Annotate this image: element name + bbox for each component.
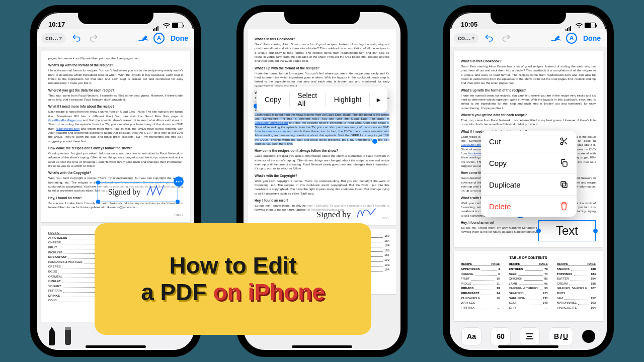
svg-point-1 [560, 138, 563, 140]
status-time: 10:17 [48, 21, 65, 28]
phone-text-annotation: 10:05 co…▾ A Done What's in this Cookboo… [443, 5, 614, 357]
cellular-icon [153, 23, 161, 28]
cut-menu-item[interactable]: Cut [481, 131, 577, 152]
copy-icon [559, 158, 569, 167]
svg-rect-5 [561, 182, 566, 186]
status-time: 10:05 [461, 21, 477, 28]
signature-annotation[interactable]: Signed by [305, 205, 389, 224]
notch [284, 11, 360, 24]
home-indicator [292, 345, 352, 348]
markup-pen-icon[interactable] [137, 34, 149, 43]
copy-menu-item[interactable]: Copy [481, 152, 577, 174]
annotation-tool-icon[interactable]: A [153, 33, 165, 44]
document-viewport[interactable]: What's in this Cookbook?Good Eats starri… [450, 47, 607, 350]
undo-button[interactable] [70, 32, 83, 45]
chevron-down-icon: ▾ [472, 35, 474, 41]
banner-l2a: a PDF [141, 279, 213, 305]
home-indicator [86, 345, 146, 348]
title-banner: How to Edit a PDF on iPhone [95, 223, 371, 335]
style-biu-button[interactable]: BIU [549, 327, 573, 345]
annotation-context-menu: Cut Copy Duplicate Delete [481, 131, 577, 217]
battery-icon [172, 23, 183, 28]
delete-menu-item[interactable]: Delete [481, 196, 577, 217]
cellular-icon [566, 23, 574, 28]
signature-label: Signed by [316, 210, 351, 220]
font-size-button[interactable]: 60 [491, 327, 511, 345]
text-annotation[interactable]: Text [538, 220, 596, 241]
done-button[interactable]: Done [581, 34, 603, 42]
selection-end-handle[interactable] [372, 139, 377, 144]
document-picker[interactable]: co…▾ [41, 33, 66, 43]
highlight-menu-item[interactable]: Highlight [326, 90, 369, 109]
more-menu-item[interactable]: ▸ [370, 90, 387, 109]
align-button[interactable] [520, 327, 540, 345]
duplicate-icon [559, 180, 569, 189]
banner-l1: How to Edit [170, 252, 297, 279]
signature-label: Signed by [108, 188, 140, 197]
select-all-menu-item[interactable]: Select All [289, 86, 326, 113]
markup-toolbar: co…▾ A Done [37, 29, 194, 47]
pdf-page-2: TABLE OF CONTENTS RECIPEPAGEAPPETIZERS4C… [454, 251, 603, 321]
done-button[interactable]: Done [169, 34, 190, 42]
wifi-icon [163, 23, 170, 28]
markup-toolbar: co…▾ A Done [450, 29, 607, 47]
redo-button[interactable] [87, 32, 100, 45]
svg-rect-0 [65, 327, 71, 330]
signature-scribble-icon [356, 206, 378, 224]
trash-icon [559, 202, 569, 211]
chevron-down-icon: ▾ [59, 35, 62, 41]
svg-rect-4 [562, 183, 567, 188]
annotation-menu-icon[interactable]: ⋯ [174, 176, 184, 187]
copy-menu-item[interactable]: Copy [257, 90, 289, 109]
battery-icon [585, 23, 596, 28]
font-button[interactable]: Aa [461, 327, 481, 345]
annotation-tool-icon[interactable]: A [566, 33, 577, 44]
banner-l2b: on iPhone [213, 279, 325, 305]
scissors-icon [559, 137, 569, 146]
signature-scribble-icon [145, 183, 168, 201]
marker-tool[interactable] [62, 327, 73, 346]
duplicate-menu-item[interactable]: Duplicate [481, 174, 577, 196]
color-swatch-button[interactable] [582, 330, 595, 343]
redo-button[interactable] [500, 32, 513, 45]
markup-pen-icon[interactable] [550, 34, 562, 43]
pen-tool[interactable] [46, 327, 57, 346]
text-selection-menu: Copy Select All Highlight ▸ [257, 86, 387, 113]
notch [491, 11, 566, 24]
undo-button[interactable] [482, 32, 496, 45]
text-value: Text [556, 224, 578, 237]
notch [78, 11, 153, 24]
document-picker[interactable]: co…▾ [454, 33, 478, 43]
home-indicator [498, 345, 558, 348]
signature-annotation[interactable]: ⋯ Signed by [98, 182, 178, 202]
svg-rect-3 [563, 162, 567, 166]
svg-point-2 [560, 142, 563, 145]
wifi-icon [576, 23, 583, 28]
pdf-page-1: What's in this Cookbook?Good Eats starri… [248, 29, 396, 225]
